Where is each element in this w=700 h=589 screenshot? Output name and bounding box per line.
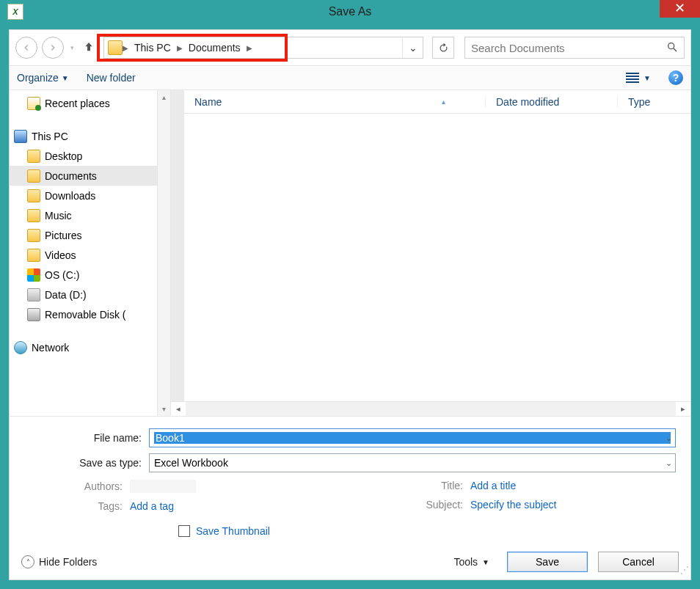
tags-field[interactable]: Add a tag xyxy=(130,500,174,512)
file-list-margin xyxy=(171,90,184,401)
tree-label: Videos xyxy=(45,249,76,261)
file-list[interactable] xyxy=(184,114,690,401)
chevron-down-icon: ▼ xyxy=(482,558,489,566)
breadcrumb-this-pc[interactable]: This PC xyxy=(128,42,177,54)
search-icon xyxy=(666,41,678,55)
close-button[interactable]: ✕ xyxy=(660,0,700,18)
sort-indicator-icon: ▴ xyxy=(442,98,445,106)
dialog-body: ▾ ▶ This PC ▶ Documents ▶ ⌄ xyxy=(9,29,691,580)
tree-label: Network xyxy=(32,342,69,354)
organize-menu[interactable]: Organize ▼ xyxy=(17,72,69,84)
tree-label: Removable Disk ( xyxy=(45,309,125,321)
arrow-right-icon xyxy=(48,43,58,53)
scroll-track[interactable] xyxy=(186,402,676,416)
chevron-down-icon: ▼ xyxy=(62,74,69,82)
column-header-type[interactable]: Type xyxy=(617,96,690,108)
breadcrumb-documents[interactable]: Documents xyxy=(183,42,247,54)
tree-item-data-d[interactable]: Data (D:) xyxy=(10,285,170,304)
tree-item-pictures[interactable]: Pictures xyxy=(10,225,170,245)
file-name-value: Book1 xyxy=(154,432,671,444)
address-dropdown[interactable]: ⌄ xyxy=(402,37,423,58)
chevron-right-icon: ▶ xyxy=(177,44,183,52)
tree-item-recent-places[interactable]: Recent places xyxy=(10,93,170,113)
title-field[interactable]: Add a title xyxy=(470,480,516,491)
toolbar: Organize ▼ New folder ▼ ? xyxy=(10,65,690,90)
save-form: File name: Book1 ⌄ Save as type: Excel W… xyxy=(10,416,690,544)
organize-label: Organize xyxy=(17,72,59,84)
new-folder-label: New folder xyxy=(87,72,136,84)
navigation-tree: Recent places This PC Desktop Documents … xyxy=(10,90,171,416)
column-header-name[interactable]: Name▴ xyxy=(184,96,485,108)
cancel-button-label: Cancel xyxy=(622,556,655,568)
column-type-label: Type xyxy=(628,96,650,108)
tree-item-music[interactable]: Music xyxy=(10,205,170,225)
save-button-label: Save xyxy=(536,556,559,568)
tree-item-removable[interactable]: Removable Disk ( xyxy=(10,304,170,324)
nav-row: ▾ ▶ This PC ▶ Documents ▶ ⌄ xyxy=(10,30,690,65)
column-name-label: Name xyxy=(194,96,222,108)
arrow-left-icon xyxy=(21,43,32,53)
save-as-dialog: Save As ✕ ▾ ▶ This PC ▶ Documents ▶ xyxy=(0,0,700,589)
svg-line-1 xyxy=(674,48,677,51)
new-folder-button[interactable]: New folder xyxy=(87,72,136,84)
tree-label: This PC xyxy=(32,131,68,142)
windows-drive-icon xyxy=(27,268,40,282)
view-options-button[interactable]: ▼ xyxy=(626,73,651,83)
save-as-type-select[interactable]: Excel Workbook ⌄ xyxy=(149,453,676,472)
tree-item-this-pc[interactable]: This PC xyxy=(10,126,170,146)
help-icon: ? xyxy=(673,72,679,84)
checkbox-icon xyxy=(178,525,190,537)
search-box[interactable] xyxy=(464,37,685,59)
tree-label: OS (C:) xyxy=(45,269,79,281)
explorer-body: Recent places This PC Desktop Documents … xyxy=(10,90,690,416)
tree-scrollbar[interactable]: ▴▾ xyxy=(157,90,170,416)
drive-icon xyxy=(27,288,40,301)
title-label: Title: xyxy=(365,480,470,491)
tags-label: Tags: xyxy=(24,500,130,512)
back-button[interactable] xyxy=(15,37,37,59)
window-title: Save As xyxy=(0,5,700,18)
hide-folders-button[interactable]: ˄ Hide Folders xyxy=(21,555,97,568)
tree-item-documents[interactable]: Documents xyxy=(10,166,170,186)
svg-rect-2 xyxy=(626,73,639,74)
forward-button[interactable] xyxy=(42,37,64,59)
nav-history-dropdown[interactable]: ▾ xyxy=(68,44,76,51)
authors-field[interactable] xyxy=(130,480,196,493)
svg-rect-4 xyxy=(626,78,639,80)
tree-item-videos[interactable]: Videos xyxy=(10,245,170,265)
tree-item-os-c[interactable]: OS (C:) xyxy=(10,265,170,285)
cancel-button[interactable]: Cancel xyxy=(598,552,679,572)
search-input[interactable] xyxy=(471,42,666,54)
chevron-down-icon: ⌄ xyxy=(666,433,672,443)
folder-icon xyxy=(27,150,40,163)
resize-grip-icon[interactable]: ⋰ xyxy=(679,568,689,578)
titlebar: Save As ✕ xyxy=(0,0,700,23)
tree-label: Documents xyxy=(45,170,97,182)
address-bar[interactable]: ▶ This PC ▶ Documents ▶ ⌄ xyxy=(103,37,423,59)
tree-item-downloads[interactable]: Downloads xyxy=(10,186,170,205)
file-list-hscrollbar[interactable]: ◂ ▸ xyxy=(171,401,690,416)
hide-folders-label: Hide Folders xyxy=(39,556,97,568)
column-header-date[interactable]: Date modified xyxy=(485,96,617,108)
subject-label: Subject: xyxy=(365,499,470,511)
file-list-pane: Name▴ Date modified Type ◂ ▸ xyxy=(171,90,690,416)
chevron-right-icon: ▶ xyxy=(247,44,252,52)
save-button[interactable]: Save xyxy=(507,552,588,572)
refresh-button[interactable] xyxy=(432,37,454,59)
subject-field[interactable]: Specify the subject xyxy=(470,499,557,511)
svg-rect-5 xyxy=(626,81,639,83)
tree-item-network[interactable]: Network xyxy=(10,337,170,357)
folder-icon xyxy=(108,40,123,55)
tree-label: Desktop xyxy=(45,150,82,162)
up-one-level-button[interactable] xyxy=(83,41,96,55)
file-name-input[interactable]: Book1 ⌄ xyxy=(149,428,676,447)
tools-menu[interactable]: Tools ▼ xyxy=(453,556,489,568)
tree-label: Recent places xyxy=(45,98,110,109)
help-button[interactable]: ? xyxy=(668,70,683,85)
tree-item-desktop[interactable]: Desktop xyxy=(10,146,170,166)
save-thumbnail-label: Save Thumbnail xyxy=(196,525,270,537)
tree-label: Data (D:) xyxy=(45,289,87,301)
folder-icon xyxy=(27,209,40,222)
save-thumbnail-checkbox[interactable]: Save Thumbnail xyxy=(178,525,676,537)
collapse-icon: ˄ xyxy=(21,555,34,568)
